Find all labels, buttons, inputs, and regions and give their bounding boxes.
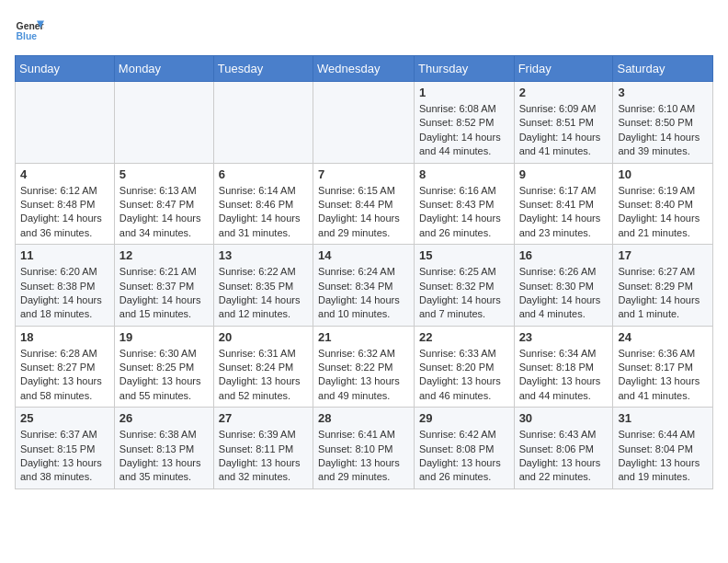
day-cell: 10Sunrise: 6:19 AM Sunset: 8:40 PM Dayli… bbox=[613, 163, 713, 245]
day-cell: 27Sunrise: 6:39 AM Sunset: 8:11 PM Dayli… bbox=[213, 408, 313, 489]
day-info: Sunrise: 6:32 AM Sunset: 8:22 PM Dayligh… bbox=[318, 347, 409, 404]
day-info: Sunrise: 6:26 AM Sunset: 8:30 PM Dayligh… bbox=[519, 265, 609, 322]
day-cell bbox=[213, 82, 313, 164]
week-row-5: 25Sunrise: 6:37 AM Sunset: 8:15 PM Dayli… bbox=[16, 408, 713, 489]
day-cell: 26Sunrise: 6:38 AM Sunset: 8:13 PM Dayli… bbox=[114, 408, 213, 489]
day-info: Sunrise: 6:19 AM Sunset: 8:40 PM Dayligh… bbox=[618, 184, 708, 241]
day-number: 19 bbox=[119, 330, 209, 344]
logo-icon: General Blue bbox=[15, 15, 44, 44]
day-info: Sunrise: 6:41 AM Sunset: 8:10 PM Dayligh… bbox=[318, 428, 409, 485]
header-cell-friday: Friday bbox=[514, 56, 613, 82]
day-info: Sunrise: 6:14 AM Sunset: 8:46 PM Dayligh… bbox=[219, 184, 308, 241]
day-number: 21 bbox=[318, 330, 409, 344]
day-cell: 23Sunrise: 6:34 AM Sunset: 8:18 PM Dayli… bbox=[514, 326, 613, 408]
header-cell-saturday: Saturday bbox=[613, 56, 713, 82]
day-number: 26 bbox=[119, 411, 209, 425]
day-number: 7 bbox=[318, 167, 409, 181]
day-info: Sunrise: 6:42 AM Sunset: 8:08 PM Dayligh… bbox=[419, 428, 509, 485]
day-number: 12 bbox=[119, 248, 209, 262]
day-cell: 5Sunrise: 6:13 AM Sunset: 8:47 PM Daylig… bbox=[114, 163, 213, 245]
week-row-2: 4Sunrise: 6:12 AM Sunset: 8:48 PM Daylig… bbox=[16, 163, 713, 245]
day-info: Sunrise: 6:25 AM Sunset: 8:32 PM Dayligh… bbox=[419, 265, 509, 322]
day-number: 18 bbox=[20, 330, 109, 344]
day-number: 3 bbox=[618, 86, 708, 99]
day-cell: 28Sunrise: 6:41 AM Sunset: 8:10 PM Dayli… bbox=[313, 408, 415, 489]
day-cell: 31Sunrise: 6:44 AM Sunset: 8:04 PM Dayli… bbox=[613, 408, 713, 489]
day-cell: 15Sunrise: 6:25 AM Sunset: 8:32 PM Dayli… bbox=[414, 245, 514, 327]
header-cell-monday: Monday bbox=[114, 56, 213, 82]
day-info: Sunrise: 6:10 AM Sunset: 8:50 PM Dayligh… bbox=[618, 102, 708, 159]
day-number: 25 bbox=[20, 411, 109, 425]
day-cell: 17Sunrise: 6:27 AM Sunset: 8:29 PM Dayli… bbox=[613, 245, 713, 327]
day-info: Sunrise: 6:17 AM Sunset: 8:41 PM Dayligh… bbox=[519, 184, 609, 241]
day-number: 2 bbox=[519, 86, 609, 99]
day-number: 6 bbox=[219, 167, 308, 181]
day-info: Sunrise: 6:31 AM Sunset: 8:24 PM Dayligh… bbox=[219, 347, 308, 404]
header-cell-sunday: Sunday bbox=[16, 56, 115, 82]
day-cell: 25Sunrise: 6:37 AM Sunset: 8:15 PM Dayli… bbox=[16, 408, 115, 489]
day-number: 13 bbox=[219, 248, 308, 262]
day-number: 24 bbox=[618, 330, 708, 344]
day-info: Sunrise: 6:33 AM Sunset: 8:20 PM Dayligh… bbox=[419, 347, 509, 404]
day-cell: 14Sunrise: 6:24 AM Sunset: 8:34 PM Dayli… bbox=[313, 245, 415, 327]
calendar-table: SundayMondayTuesdayWednesdayThursdayFrid… bbox=[15, 55, 713, 489]
day-info: Sunrise: 6:09 AM Sunset: 8:51 PM Dayligh… bbox=[519, 102, 609, 159]
day-info: Sunrise: 6:12 AM Sunset: 8:48 PM Dayligh… bbox=[20, 184, 109, 241]
day-info: Sunrise: 6:15 AM Sunset: 8:44 PM Dayligh… bbox=[318, 184, 409, 241]
day-number: 9 bbox=[519, 167, 609, 181]
day-number: 16 bbox=[519, 248, 609, 262]
week-row-1: 1Sunrise: 6:08 AM Sunset: 8:52 PM Daylig… bbox=[16, 82, 713, 164]
day-cell: 12Sunrise: 6:21 AM Sunset: 8:37 PM Dayli… bbox=[114, 245, 213, 327]
day-number: 27 bbox=[219, 411, 308, 425]
day-info: Sunrise: 6:39 AM Sunset: 8:11 PM Dayligh… bbox=[219, 428, 308, 485]
day-number: 23 bbox=[519, 330, 609, 344]
day-cell: 16Sunrise: 6:26 AM Sunset: 8:30 PM Dayli… bbox=[514, 245, 613, 327]
day-cell: 8Sunrise: 6:16 AM Sunset: 8:43 PM Daylig… bbox=[414, 163, 514, 245]
header-cell-tuesday: Tuesday bbox=[213, 56, 313, 82]
day-number: 28 bbox=[318, 411, 409, 425]
day-cell: 1Sunrise: 6:08 AM Sunset: 8:52 PM Daylig… bbox=[414, 82, 514, 164]
day-cell: 3Sunrise: 6:10 AM Sunset: 8:50 PM Daylig… bbox=[613, 82, 713, 164]
day-info: Sunrise: 6:38 AM Sunset: 8:13 PM Dayligh… bbox=[119, 428, 209, 485]
day-cell: 29Sunrise: 6:42 AM Sunset: 8:08 PM Dayli… bbox=[414, 408, 514, 489]
day-info: Sunrise: 6:34 AM Sunset: 8:18 PM Dayligh… bbox=[519, 347, 609, 404]
day-cell: 4Sunrise: 6:12 AM Sunset: 8:48 PM Daylig… bbox=[16, 163, 115, 245]
day-number: 20 bbox=[219, 330, 308, 344]
day-cell bbox=[114, 82, 213, 164]
logo: General Blue bbox=[15, 15, 44, 44]
day-number: 8 bbox=[419, 167, 509, 181]
day-info: Sunrise: 6:37 AM Sunset: 8:15 PM Dayligh… bbox=[20, 428, 109, 485]
day-cell: 9Sunrise: 6:17 AM Sunset: 8:41 PM Daylig… bbox=[514, 163, 613, 245]
page-header: General Blue bbox=[15, 15, 713, 44]
day-info: Sunrise: 6:16 AM Sunset: 8:43 PM Dayligh… bbox=[419, 184, 509, 241]
day-number: 14 bbox=[318, 248, 409, 262]
header-row: SundayMondayTuesdayWednesdayThursdayFrid… bbox=[16, 56, 713, 82]
day-number: 4 bbox=[20, 167, 109, 181]
day-cell: 13Sunrise: 6:22 AM Sunset: 8:35 PM Dayli… bbox=[213, 245, 313, 327]
day-info: Sunrise: 6:28 AM Sunset: 8:27 PM Dayligh… bbox=[20, 347, 109, 404]
day-number: 17 bbox=[618, 248, 708, 262]
day-number: 29 bbox=[419, 411, 509, 425]
day-info: Sunrise: 6:36 AM Sunset: 8:17 PM Dayligh… bbox=[618, 347, 708, 404]
week-row-4: 18Sunrise: 6:28 AM Sunset: 8:27 PM Dayli… bbox=[16, 326, 713, 408]
day-number: 1 bbox=[419, 86, 509, 99]
week-row-3: 11Sunrise: 6:20 AM Sunset: 8:38 PM Dayli… bbox=[16, 245, 713, 327]
day-cell: 22Sunrise: 6:33 AM Sunset: 8:20 PM Dayli… bbox=[414, 326, 514, 408]
day-cell: 7Sunrise: 6:15 AM Sunset: 8:44 PM Daylig… bbox=[313, 163, 415, 245]
day-info: Sunrise: 6:44 AM Sunset: 8:04 PM Dayligh… bbox=[618, 428, 708, 485]
day-number: 22 bbox=[419, 330, 509, 344]
day-cell: 24Sunrise: 6:36 AM Sunset: 8:17 PM Dayli… bbox=[613, 326, 713, 408]
svg-text:Blue: Blue bbox=[17, 31, 38, 41]
day-info: Sunrise: 6:30 AM Sunset: 8:25 PM Dayligh… bbox=[119, 347, 209, 404]
day-info: Sunrise: 6:08 AM Sunset: 8:52 PM Dayligh… bbox=[419, 102, 509, 159]
day-number: 11 bbox=[20, 248, 109, 262]
day-cell: 18Sunrise: 6:28 AM Sunset: 8:27 PM Dayli… bbox=[16, 326, 115, 408]
day-cell: 2Sunrise: 6:09 AM Sunset: 8:51 PM Daylig… bbox=[514, 82, 613, 164]
day-cell: 11Sunrise: 6:20 AM Sunset: 8:38 PM Dayli… bbox=[16, 245, 115, 327]
day-info: Sunrise: 6:20 AM Sunset: 8:38 PM Dayligh… bbox=[20, 265, 109, 322]
day-info: Sunrise: 6:21 AM Sunset: 8:37 PM Dayligh… bbox=[119, 265, 209, 322]
day-info: Sunrise: 6:22 AM Sunset: 8:35 PM Dayligh… bbox=[219, 265, 308, 322]
header-cell-thursday: Thursday bbox=[414, 56, 514, 82]
day-info: Sunrise: 6:27 AM Sunset: 8:29 PM Dayligh… bbox=[618, 265, 708, 322]
day-number: 5 bbox=[119, 167, 209, 181]
